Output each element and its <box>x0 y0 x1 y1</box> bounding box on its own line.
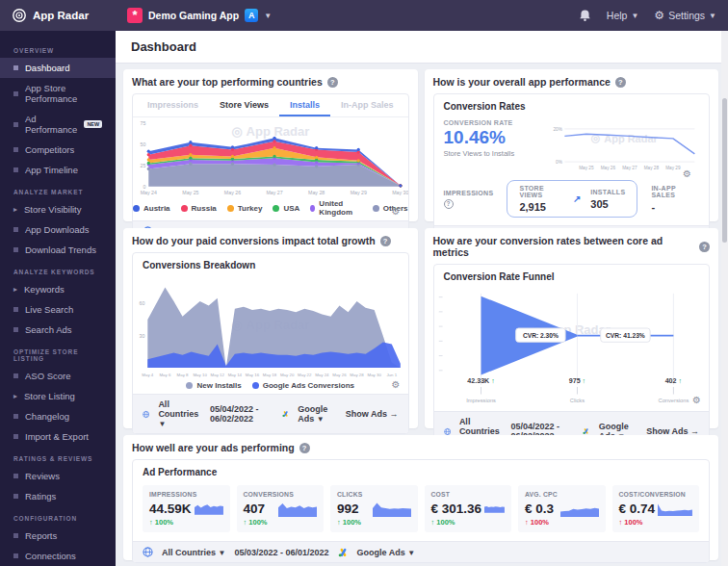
legend-item-others[interactable]: Others <box>373 199 408 217</box>
sidebar-item-reports[interactable]: Reports <box>0 526 116 546</box>
legend-item-new-installs[interactable]: New Installs <box>186 381 241 390</box>
help-icon[interactable]: ? <box>699 242 710 252</box>
legend-item-united-kingdom[interactable]: United Kingdom <box>310 199 361 217</box>
tab-in-app-sales[interactable]: In-App Sales <box>330 94 404 116</box>
conversions-breakdown-area-chart: 3060May 4May 6May 8May 10May 12May 14May… <box>133 272 408 380</box>
sidebar-item-label: Ratings <box>25 491 56 502</box>
help-icon[interactable]: ? <box>299 443 310 453</box>
tile-value: € 0.3 <box>525 502 554 516</box>
vertical-scrollbar[interactable] <box>721 31 728 566</box>
sidebar-item-app-timeline[interactable]: App Timeline <box>0 160 116 180</box>
chart-settings-icon[interactable]: ⚙ <box>392 207 401 217</box>
sparkline-chart <box>373 500 411 517</box>
app-selector[interactable]: * Demo Gaming App A ▼ <box>127 8 272 23</box>
metric-tile-clicks[interactable]: CLICKS 992 ↑ 100% <box>330 485 418 532</box>
sidebar-item-reviews[interactable]: Reviews <box>0 466 116 486</box>
network-filter[interactable]: Google Ads ▼ <box>298 404 337 424</box>
legend-dot-icon <box>373 205 379 212</box>
help-icon[interactable]: ? <box>615 77 626 88</box>
sidebar-item-store-listing[interactable]: ▸Store Listing <box>0 386 116 406</box>
sidebar-item-changelog[interactable]: Changelog <box>0 406 116 426</box>
item-square-icon <box>13 227 18 232</box>
show-ads-link[interactable]: Show Ads → <box>346 409 399 419</box>
item-square-icon <box>13 122 18 127</box>
legend-dot-icon <box>310 205 315 212</box>
tile-label: CONVERSIONS <box>244 491 318 498</box>
sidebar-item-connections[interactable]: Connections <box>0 546 116 566</box>
legend-item-austria[interactable]: Austria <box>133 199 170 217</box>
sidebar-item-app-store-performance[interactable]: App Store Performance <box>0 78 116 109</box>
card-title: Conversion Rate Funnel <box>434 265 710 284</box>
metric-tile-cost-conversion[interactable]: COST/CONVERSION € 0.74 ↑ 100% <box>612 485 700 532</box>
item-square-icon <box>13 147 18 152</box>
help-menu[interactable]: Help ▼ <box>607 10 639 21</box>
sidebar-item-download-trends[interactable]: Download Trends <box>0 240 116 260</box>
tile-value: 992 <box>337 502 359 516</box>
tile-delta: ↑ 100% <box>525 518 599 527</box>
sparkline-chart <box>560 500 599 517</box>
tab-store-views[interactable]: Store Views <box>209 94 279 116</box>
section-funnel: How are your conversion rates between co… <box>425 228 719 428</box>
date-range[interactable]: 05/03/2022 - 06/01/2022 <box>234 548 328 557</box>
chart-settings-icon[interactable]: ⚙ <box>683 169 691 179</box>
legend-item-google-ads-conversions[interactable]: Google Ads Conversions <box>252 381 354 390</box>
svg-text:May 29: May 29 <box>351 190 367 195</box>
sidebar-item-ratings[interactable]: Ratings <box>0 486 116 506</box>
svg-text:0: 0 <box>143 184 145 190</box>
question-circle-icon[interactable]: ? <box>444 199 454 209</box>
svg-text:20%: 20% <box>553 127 561 132</box>
legend-item-russia[interactable]: Russia <box>181 199 217 217</box>
svg-text:975 ↑: 975 ↑ <box>568 377 585 385</box>
metric-tile-conversions[interactable]: CONVERSIONS 407 ↑ 100% <box>237 485 325 532</box>
metric-tile-avg-cpc[interactable]: AVG. CPC € 0.3 ↑ 100% <box>518 485 606 532</box>
date-range[interactable]: 05/04/2022 - 06/02/2022 <box>210 404 273 424</box>
country-filter[interactable]: All Countries ▼ <box>162 548 225 557</box>
sidebar-item-competitors[interactable]: Competitors <box>0 140 116 160</box>
sidebar-section-title: RATINGS & REVIEWS <box>0 447 116 466</box>
scrollbar-thumb[interactable] <box>722 98 727 243</box>
tile-value: 44.59K <box>149 502 192 516</box>
app-radar-logo[interactable]: App Radar <box>12 8 116 23</box>
sidebar-item-keywords[interactable]: ▸Keywords <box>0 279 116 299</box>
bell-icon[interactable] <box>579 9 591 22</box>
sidebar-item-ad-performance[interactable]: Ad PerformanceNEW <box>0 109 116 140</box>
store-views-installs-box[interactable]: STORE VIEWS 2,915 ↗ INSTALLS 305 <box>507 180 637 218</box>
legend-item-turkey[interactable]: Turkey <box>227 199 263 217</box>
sidebar-item-live-search[interactable]: Live Search <box>0 299 116 320</box>
metric-tile-impressions[interactable]: IMPRESSIONS 44.59K ↑ 100% <box>143 485 230 532</box>
svg-text:May 18: May 18 <box>263 373 277 377</box>
tab-impressions[interactable]: Impressions <box>137 94 209 116</box>
sidebar-item-search-ads[interactable]: Search Ads <box>0 320 116 340</box>
sidebar-section-title: OVERVIEW <box>0 39 116 58</box>
sidebar-item-app-downloads[interactable]: App Downloads <box>0 219 116 240</box>
countries-legend: AustriaRussiaTurkeyUSAUnited KingdomOthe… <box>133 198 408 220</box>
item-square-icon <box>13 373 18 378</box>
sidebar-item-label: Store Visibility <box>24 204 82 215</box>
country-filter[interactable]: All Countries ▼ <box>158 399 201 428</box>
metric-tile-cost[interactable]: COST € 301.36 ↑ 100% <box>425 485 512 532</box>
help-icon[interactable]: ? <box>327 77 338 88</box>
svg-text:May 27: May 27 <box>266 190 282 195</box>
tab-installs[interactable]: Installs <box>279 94 330 116</box>
app-selector-label: Demo Gaming App <box>148 10 239 21</box>
sidebar-item-label: Search Ads <box>25 324 72 335</box>
settings-menu[interactable]: ⚙ Settings ▼ <box>654 9 716 22</box>
tile-delta: ↑ 100% <box>337 518 411 527</box>
chart-settings-icon[interactable]: ⚙ <box>392 380 401 390</box>
sidebar-item-aso-score[interactable]: ASO Score <box>0 366 116 386</box>
svg-text:May 30: May 30 <box>392 190 407 195</box>
sidebar-item-import-export[interactable]: Import & Export <box>0 426 116 447</box>
svg-text:CVR: 2.30%: CVR: 2.30% <box>522 332 558 339</box>
chart-settings-icon[interactable]: ⚙ <box>692 396 701 405</box>
item-square-icon <box>13 434 18 439</box>
sidebar-item-dashboard[interactable]: Dashboard <box>0 58 116 78</box>
legend-item-usa[interactable]: USA <box>273 199 299 217</box>
tile-delta: ↑ 100% <box>619 518 693 527</box>
legend-dot-icon <box>181 205 188 212</box>
network-filter[interactable]: Google Ads ▼ <box>357 548 416 557</box>
svg-text:30: 30 <box>140 333 145 339</box>
help-icon[interactable]: ? <box>380 236 391 246</box>
conversion-rate-label: CONVERSION RATE <box>444 119 542 126</box>
sidebar-item-store-visibility[interactable]: ▸Store Visibility <box>0 199 116 219</box>
svg-text:May 26: May 26 <box>600 166 615 170</box>
